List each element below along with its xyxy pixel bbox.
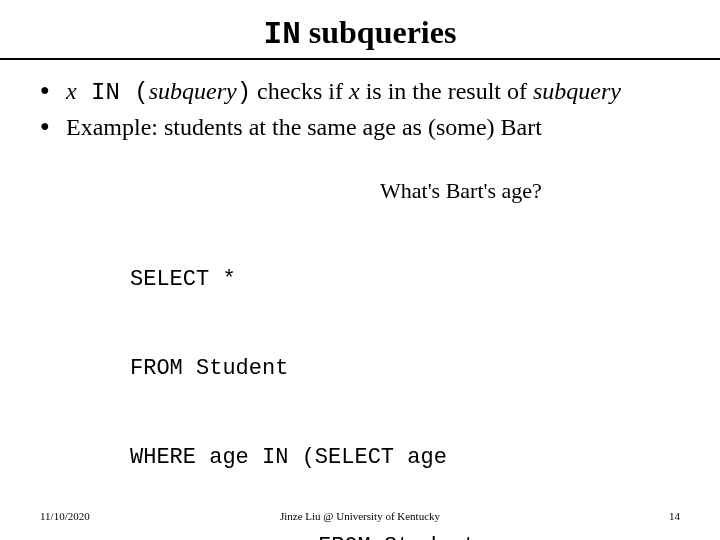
- code-in-open: IN (: [77, 79, 149, 106]
- text-subquery2: subquery: [533, 78, 621, 104]
- slide-body: ● x IN (subquery) checks if x is in the …: [0, 60, 720, 540]
- code-line: FROM Student: [130, 354, 680, 384]
- slide: IN subqueries ● x IN (subquery) checks i…: [0, 0, 720, 540]
- footer-date: 11/10/2020: [40, 510, 90, 522]
- text-result-of: is in the result of: [360, 78, 533, 104]
- bullet-text: x IN (subquery) checks if x is in the re…: [66, 76, 680, 108]
- code-block: What's Bart's age? SELECT * FROM Student…: [130, 176, 680, 540]
- code-line: SELECT *: [130, 265, 680, 295]
- bullet-item: ● x IN (subquery) checks if x is in the …: [40, 76, 680, 108]
- footer-attribution: Jinze Liu @ University of Kentucky: [0, 510, 720, 522]
- code-frag: FROM Student: [318, 532, 476, 540]
- code-var-x: x: [66, 78, 77, 104]
- code-line: WHERE age IN (SELECT age: [130, 443, 680, 473]
- text-checks-if: checks if: [251, 78, 349, 104]
- bullet-icon: ●: [40, 76, 66, 108]
- code-line: FROM Student: [130, 532, 680, 540]
- bullet-text: Example: students at the same age as (so…: [66, 112, 680, 142]
- slide-title: IN subqueries: [0, 0, 720, 58]
- bullet-icon: ●: [40, 112, 66, 142]
- code-close-paren: ): [237, 79, 251, 106]
- code-subquery: subquery: [149, 78, 237, 104]
- title-mono: IN: [264, 17, 301, 52]
- code-annotation: What's Bart's age?: [380, 176, 542, 206]
- code-frag: SELECT age: [315, 445, 447, 470]
- slide-footer: 11/10/2020 Jinze Liu @ University of Ken…: [0, 510, 720, 522]
- bullet-item: ● Example: students at the same age as (…: [40, 112, 680, 142]
- code-frag: WHERE age IN (: [130, 445, 315, 470]
- text-x2: x: [349, 78, 360, 104]
- title-rest: subqueries: [301, 14, 457, 50]
- footer-page-number: 14: [669, 510, 680, 522]
